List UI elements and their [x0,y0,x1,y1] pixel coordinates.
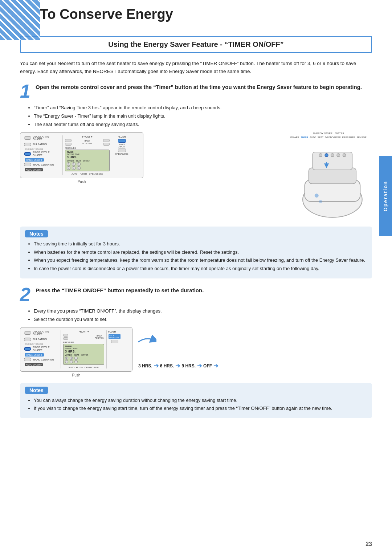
page-number: 23 [366,541,372,547]
step1-text: Open the remote control cover and press … [36,82,362,91]
step1-bullet-1: “Timer” and “Saving Time 3 hrs.” appear … [34,104,372,112]
notes2-label: Notes [25,387,48,394]
arrow-svg [138,335,156,346]
step1-remote-diagram: OSCILLATING ON/OFF PULSATING ENERGY SAVE… [20,132,143,178]
step2-remote-diagram: OSCILLATING ON/OFF PULSATING ENERGY SAVE… [20,327,132,372]
notes1-item-4: In case the power cord is disconnected o… [34,265,366,273]
notes1-box: Notes The saving time is initially set f… [20,227,372,278]
toilet-svg [285,140,372,219]
step1-number: 1 [20,82,30,101]
section-heading-box: Using the Energy Saver Feature - “TIMER … [20,36,372,53]
svg-point-6 [331,154,334,157]
svg-point-4 [319,154,322,157]
step2-bullets: Every time you press “TIMER ON/OFF”, the… [34,307,372,323]
intro-paragraph: You can set your Neorest to turn off the… [20,60,372,75]
step1-bullet-3: The seat heater turns off and energy sav… [34,121,372,129]
page-title: To Conserve Energy [40,7,392,22]
duration-sequence: 3 HRS. ➔ 6 HRS. ➔ 9 HRS. ➔ OFF ➔ [138,362,218,369]
notes2-item-2: If you wish to change the energy saving … [34,405,366,412]
notes2-box: Notes You can always change the energy s… [20,383,372,419]
duration-step-3: 9 HRS. [181,363,196,368]
notes1-item-3: When you expect freezing temperatures, k… [34,257,366,264]
svg-point-11 [319,200,322,203]
step1-bullets: “Timer” and “Saving Time 3 hrs.” appear … [34,104,372,128]
svg-rect-2 [309,168,356,184]
svg-point-5 [325,154,328,157]
operation-label: Operation [383,181,388,211]
step1-bullet-2: The “Energy Saver - Timer” lamp in the m… [34,113,372,120]
notes2-list: You can always change the energy saving … [34,397,366,413]
step1-toilet-diagram: ENERGY SAVER WATER POWER TIMER AUTO SEAT… [285,132,372,221]
notes1-item-2: When batteries for the remote control ar… [34,249,366,256]
svg-point-7 [337,154,340,157]
duration-step-4: OFF [203,363,212,368]
step1-container: 1 Open the remote control cover and pres… [20,82,372,101]
step2-diagram-area: OSCILLATING ON/OFF PULSATING ENERGY SAVE… [20,327,372,377]
section-heading: Using the Energy Saver Feature - “TIMER … [27,40,365,49]
svg-point-8 [343,154,346,157]
operation-tab: Operation [379,156,392,236]
svg-point-10 [315,194,319,197]
notes2-item-1: You can always change the energy saving … [34,397,366,404]
step2-bullet-1: Every time you press “TIMER ON/OFF”, the… [34,307,372,315]
step2-bullet-2: Select the duration you want to set. [34,316,372,323]
notes1-list: The saving time is initially set for 3 h… [34,240,366,273]
step2-text: Press the “TIMER ON/OFF” button repeated… [36,285,204,294]
step2-push-label: Push [72,373,81,377]
duration-step-2: 6 HRS. [160,363,174,368]
step2-number: 2 [20,285,30,304]
step2-container: 2 Press the “TIMER ON/OFF” button repeat… [20,285,372,304]
duration-step-1: 3 HRS. [138,363,152,368]
decorative-pattern [0,0,40,40]
step1-diagram-area: OSCILLATING ON/OFF PULSATING ENERGY SAVE… [20,132,372,221]
notes1-label: Notes [25,230,48,237]
step1-push-label: Push [78,180,86,184]
notes1-item-1: The saving time is initially set for 3 h… [34,240,366,248]
